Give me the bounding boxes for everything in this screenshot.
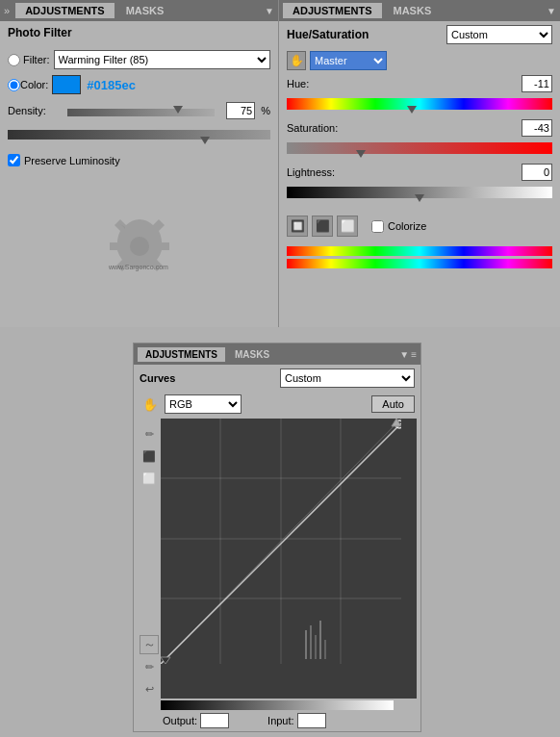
- light-gradient-track: [287, 187, 552, 198]
- pencil-tool-icon[interactable]: ✏: [140, 657, 159, 676]
- right-panel-tabs: ADJUSTMENTS MASKS ▼: [279, 0, 560, 21]
- hs-header: Hue/Saturation Custom: [279, 21, 560, 48]
- density-slider-container: [67, 107, 215, 114]
- density-value-input[interactable]: 75: [226, 102, 255, 119]
- output-label: Output:: [163, 715, 197, 726]
- light-label: Lightness:: [287, 166, 335, 178]
- watermark: www.Sargonco.com: [91, 200, 188, 279]
- density-track: [67, 109, 215, 116]
- density-gradient-bar: [8, 130, 270, 140]
- page-wrapper: » ADJUSTMENTS MASKS ▼ Photo Filter Filte…: [0, 0, 560, 737]
- hue-gradient-track: [287, 98, 552, 110]
- hs-title: Hue/Saturation: [287, 28, 369, 41]
- sat-label-row: Saturation: -43: [287, 119, 552, 137]
- svg-rect-10: [305, 630, 307, 659]
- output-container: Output:: [163, 713, 229, 728]
- reset-tool-icon[interactable]: ↩: [140, 679, 159, 699]
- eyedropper-tool-3[interactable]: ⬜: [337, 216, 358, 237]
- light-value-input[interactable]: 0: [522, 164, 552, 181]
- color-hex-value: #0185ec: [87, 78, 136, 92]
- sat-label: Saturation:: [287, 122, 338, 134]
- filter-dropdown[interactable]: Warming Filter (85): [54, 50, 271, 69]
- curves-bottom-left-tools: ～ ✏ ↩: [140, 635, 159, 699]
- density-slider-thumb: [200, 137, 210, 144]
- color-label: Color:: [20, 79, 48, 90]
- tab-masks-right[interactable]: MASKS: [384, 3, 442, 18]
- curves-header: Curves Custom: [134, 365, 420, 392]
- colorize-checkbox[interactable]: [371, 220, 384, 233]
- spectrum-bar-bottom: [287, 259, 552, 268]
- hs-toolbar: ✋ Master: [279, 48, 560, 73]
- output-value-input[interactable]: [200, 713, 229, 728]
- svg-point-0: [130, 237, 149, 256]
- auto-button[interactable]: Auto: [371, 395, 415, 413]
- hs-channel-dropdown[interactable]: Master: [310, 51, 387, 70]
- density-visual-slider: [8, 125, 270, 144]
- hue-value-input[interactable]: -11: [522, 75, 552, 92]
- density-percent: %: [261, 105, 270, 116]
- curves-graph: [161, 419, 417, 699]
- tab-adjustments-curves[interactable]: ADJUSTMENTS: [138, 347, 225, 362]
- hs-preset-dropdown[interactable]: Custom: [446, 25, 552, 44]
- filter-text-label: Filter:: [23, 54, 50, 65]
- tab-adjustments-right[interactable]: ADJUSTMENTS: [283, 3, 382, 18]
- preserve-row: Preserve Luminosity: [8, 154, 270, 166]
- eyedropper-tool-2[interactable]: ⬛: [312, 216, 333, 237]
- hue-slider-container: [287, 94, 552, 114]
- sat-slider-row: Saturation: -43: [287, 119, 552, 158]
- preserve-luminosity-label: Preserve Luminosity: [24, 155, 120, 166]
- input-container: Input:: [267, 713, 326, 728]
- density-row: Density: 75 %: [8, 102, 270, 119]
- tab-adjustments-left[interactable]: ADJUSTMENTS: [15, 3, 115, 18]
- tab-masks-curves[interactable]: MASKS: [227, 347, 277, 362]
- curves-collapse-icon: ▼: [399, 349, 409, 360]
- hs-bottom-tools: 🔲 ⬛ ⬜ Colorize: [279, 210, 560, 242]
- eyedropper-tool-1[interactable]: 🔲: [287, 216, 308, 237]
- tab-masks-left[interactable]: MASKS: [116, 3, 174, 18]
- sat-value-input[interactable]: -43: [522, 119, 552, 137]
- photo-filter-title: Photo Filter: [0, 21, 278, 44]
- dropper-icon-2[interactable]: ⬜: [140, 469, 159, 488]
- color-swatch[interactable]: [52, 75, 81, 94]
- smooth-curve-icon[interactable]: ～: [140, 635, 159, 654]
- color-radio[interactable]: [8, 79, 20, 91]
- curves-output-input: Output: Input:: [134, 710, 420, 731]
- light-slider-row: Lightness: 0: [287, 164, 552, 202]
- hs-hand-tool[interactable]: ✋: [287, 51, 306, 70]
- panel-collapse-icon: ▼: [265, 6, 274, 16]
- spectrum-bars: [279, 242, 560, 272]
- input-value-input[interactable]: [297, 713, 326, 728]
- curves-panel-tabs: ADJUSTMENTS MASKS ▼ ≡: [134, 343, 420, 365]
- filter-radio[interactable]: [8, 54, 20, 66]
- color-row: Color: #0185ec: [8, 75, 270, 94]
- svg-text:www.Sargonco.com: www.Sargonco.com: [108, 264, 168, 271]
- curves-panel: ADJUSTMENTS MASKS ▼ ≡ Curves Custom ✋ RG…: [133, 343, 421, 732]
- curves-toolbar: ✋ RGB Auto: [134, 392, 420, 417]
- preserve-luminosity-checkbox[interactable]: [8, 154, 20, 166]
- filter-radio-label[interactable]: Filter:: [8, 54, 50, 66]
- hue-label-row: Hue: -11: [287, 75, 552, 92]
- dropper-icon-1[interactable]: ⬛: [140, 446, 159, 466]
- curves-gradient-strip: [161, 700, 394, 710]
- svg-rect-11: [310, 625, 312, 659]
- left-panel-tabs: » ADJUSTMENTS MASKS ▼: [0, 0, 278, 21]
- light-slider-container: [287, 183, 552, 202]
- input-label: Input:: [267, 715, 294, 726]
- divider: [0, 327, 560, 343]
- svg-rect-12: [315, 635, 317, 659]
- curves-title: Curves: [140, 372, 175, 384]
- curves-svg: [161, 419, 401, 664]
- watermark-area: www.Sargonco.com: [0, 182, 278, 297]
- hs-sliders: Hue: -11 Saturation: -43: [279, 73, 560, 210]
- double-arrow-icon: »: [4, 5, 10, 16]
- curves-hand-tool[interactable]: ✋: [140, 394, 161, 415]
- curves-settings-icon[interactable]: ≡: [411, 349, 417, 360]
- pencil-draw-icon[interactable]: ✏: [140, 424, 159, 444]
- sat-slider-container: [287, 139, 552, 158]
- light-label-row: Lightness: 0: [287, 164, 552, 181]
- watermark-svg: www.Sargonco.com: [91, 200, 188, 277]
- curves-graph-area: ✏ ⬛ ⬜ ～ ✏ ↩: [138, 419, 417, 699]
- photo-filter-panel: » ADJUSTMENTS MASKS ▼ Photo Filter Filte…: [0, 0, 279, 327]
- rgb-channel-dropdown[interactable]: RGB: [165, 394, 242, 414]
- curves-preset-dropdown[interactable]: Custom: [280, 368, 415, 388]
